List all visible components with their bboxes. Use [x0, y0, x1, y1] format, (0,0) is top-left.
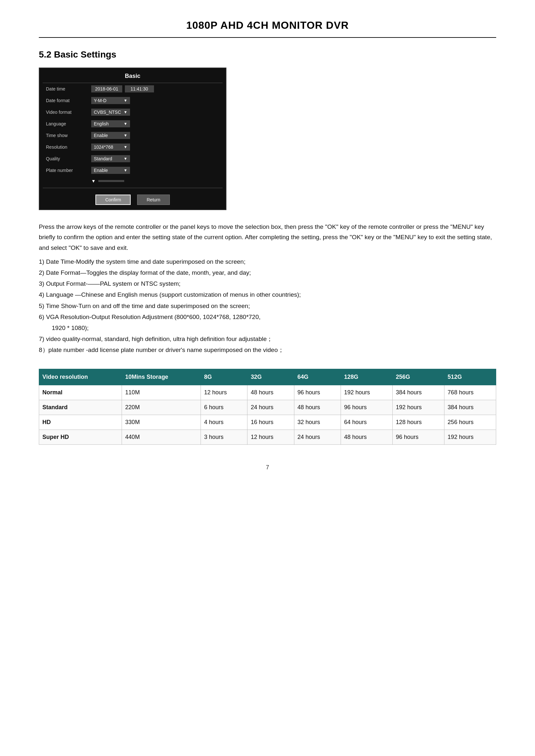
table-cell-hd-8g: 4 hours — [201, 415, 247, 430]
list-item-8: 8）plate number -add license plate number… — [39, 344, 496, 356]
dvr-label-datetime: Date time — [46, 86, 91, 92]
table-cell-normal-8g: 12 hours — [201, 385, 247, 400]
list-item-7: 7) video quality-normal, standard, high … — [39, 334, 496, 344]
table-header-32g: 32G — [247, 369, 294, 385]
dvr-dropdown-value-videoformat: CVBS_NTSC — [94, 110, 121, 115]
dvr-row-datetime: Date time 2018-06-01 11:41:30 — [40, 83, 226, 95]
dvr-row-videoformat: Video format CVBS_NTSC ▼ — [40, 106, 226, 118]
dvr-row-timeshow: Time show Enable ▼ — [40, 130, 226, 141]
dvr-dropdown-timeshow[interactable]: Enable ▼ — [91, 132, 130, 139]
table-cell-standard-label: Standard — [39, 400, 122, 415]
list-item-2: 2) Date Format—Toggles the display forma… — [39, 267, 496, 278]
dvr-dropdown-language[interactable]: English ▼ — [91, 120, 130, 127]
dvr-dropdown-value-resolution: 1024*768 — [94, 145, 113, 149]
top-divider — [39, 37, 496, 38]
table-cell-hd-storage: 330M — [122, 415, 201, 430]
table-cell-hd-64g: 32 hours — [294, 415, 341, 430]
dvr-label-quality: Quality — [46, 156, 91, 161]
table-cell-normal-256g: 384 hours — [392, 385, 444, 400]
table-cell-standard-32g: 24 hours — [247, 400, 294, 415]
table-header-256g: 256G — [392, 369, 444, 385]
list-item-3: 3) Output Format-——PAL system or NTSC sy… — [39, 278, 496, 289]
dvr-dropdown-videoformat[interactable]: CVBS_NTSC ▼ — [91, 109, 130, 116]
table-cell-superhd-64g: 24 hours — [294, 430, 341, 445]
table-header-resolution: Video resolution — [39, 369, 122, 385]
dvr-dropdown-value-dateformat: Y-M-D — [94, 98, 106, 103]
dvr-label-dateformat: Date format — [46, 98, 91, 103]
dropdown-arrow-platenumber: ▼ — [124, 168, 127, 173]
dvr-date[interactable]: 2018-06-01 — [91, 85, 122, 93]
dvr-bottom-divider — [43, 188, 223, 188]
dvr-panel-title: Basic — [40, 68, 226, 83]
table-cell-normal-128g: 192 hours — [341, 385, 392, 400]
list-item-4: 4) Language —Chinese and English menus (… — [39, 289, 496, 300]
table-cell-normal-storage: 110M — [122, 385, 201, 400]
page-number: 7 — [39, 464, 496, 471]
table-cell-standard-8g: 6 hours — [201, 400, 247, 415]
list-item-6b: 1920 * 1080); — [52, 323, 496, 334]
table-cell-superhd-storage: 440M — [122, 430, 201, 445]
table-cell-superhd-8g: 3 hours — [201, 430, 247, 445]
table-cell-hd-32g: 16 hours — [247, 415, 294, 430]
page-title: 1080P AHD 4CH MONITOR DVR — [39, 19, 496, 31]
table-header-512g: 512G — [444, 369, 496, 385]
table-cell-standard-128g: 96 hours — [341, 400, 392, 415]
table-cell-hd-512g: 256 hours — [444, 415, 496, 430]
list-item-6a: 6) VGA Resolution-Output Resolution Adju… — [39, 311, 496, 323]
table-row: Normal 110M 12 hours 48 hours 96 hours 1… — [39, 385, 496, 400]
storage-table: Video resolution 10Mins Storage 8G 32G 6… — [39, 369, 496, 445]
table-cell-normal-512g: 768 hours — [444, 385, 496, 400]
dvr-label-videoformat: Video format — [46, 110, 91, 115]
dvr-value-datetime: 2018-06-01 11:41:30 — [91, 85, 154, 93]
table-cell-hd-label: HD — [39, 415, 122, 430]
dvr-row-arrow-only: ▼ — [40, 176, 226, 186]
dvr-dropdown-value-language: English — [94, 121, 109, 126]
table-cell-superhd-128g: 48 hours — [341, 430, 392, 445]
dvr-label-timeshow: Time show — [46, 133, 91, 138]
dvr-row-quality: Quality Standard ▼ — [40, 153, 226, 165]
table-header-8g: 8G — [201, 369, 247, 385]
dvr-dropdown-platenumber[interactable]: Enable ▼ — [91, 167, 130, 174]
table-header-64g: 64G — [294, 369, 341, 385]
dvr-dropdown-quality[interactable]: Standard ▼ — [91, 155, 130, 162]
table-cell-hd-256g: 128 hours — [392, 415, 444, 430]
table-cell-superhd-label: Super HD — [39, 430, 122, 445]
table-cell-superhd-512g: 192 hours — [444, 430, 496, 445]
dvr-time[interactable]: 11:41:30 — [125, 85, 154, 93]
dropdown-arrow-resolution: ▼ — [124, 145, 127, 149]
dvr-dropdown-dateformat[interactable]: Y-M-D ▼ — [91, 97, 130, 104]
dvr-panel: Basic Date time 2018-06-01 11:41:30 Date… — [39, 68, 226, 210]
dropdown-arrow-videoformat: ▼ — [124, 110, 127, 114]
dvr-label-resolution: Resolution — [46, 145, 91, 149]
return-button[interactable]: Return — [137, 195, 169, 205]
dropdown-arrow-language: ▼ — [124, 122, 127, 126]
dvr-dropdown-value-quality: Standard — [94, 156, 112, 161]
table-cell-superhd-256g: 96 hours — [392, 430, 444, 445]
table-cell-normal-32g: 48 hours — [247, 385, 294, 400]
table-cell-standard-256g: 192 hours — [392, 400, 444, 415]
confirm-button[interactable]: Confirm — [96, 195, 131, 205]
table-header-storage: 10Mins Storage — [122, 369, 201, 385]
table-cell-standard-64g: 48 hours — [294, 400, 341, 415]
table-header-128g: 128G — [341, 369, 392, 385]
list-item-1: 1) Date Time-Modify the system time and … — [39, 256, 496, 267]
body-paragraph: Press the arrow keys of the remote contr… — [39, 222, 496, 253]
list-item-5: 5) Time Show-Turn on and off the time an… — [39, 301, 496, 311]
table-cell-superhd-32g: 12 hours — [247, 430, 294, 445]
dvr-button-row: Confirm Return — [40, 190, 226, 209]
table-row: Super HD 440M 3 hours 12 hours 24 hours … — [39, 430, 496, 445]
dvr-label-language: Language — [46, 121, 91, 126]
dvr-dropdown-resolution[interactable]: 1024*768 ▼ — [91, 144, 130, 150]
table-cell-normal-64g: 96 hours — [294, 385, 341, 400]
table-cell-standard-512g: 384 hours — [444, 400, 496, 415]
table-row: HD 330M 4 hours 16 hours 32 hours 64 hou… — [39, 415, 496, 430]
table-row: Standard 220M 6 hours 24 hours 48 hours … — [39, 400, 496, 415]
dvr-extra-dropdown[interactable] — [98, 180, 124, 182]
dvr-row-language: Language English ▼ — [40, 118, 226, 130]
table-cell-hd-128g: 64 hours — [341, 415, 392, 430]
dvr-dropdown-value-timeshow: Enable — [94, 133, 108, 138]
dvr-small-arrow-icon: ▼ — [91, 178, 96, 184]
dvr-dropdown-value-platenumber: Enable — [94, 168, 108, 173]
dropdown-arrow-quality: ▼ — [124, 156, 127, 161]
section-title: 5.2 Basic Settings — [39, 49, 496, 60]
